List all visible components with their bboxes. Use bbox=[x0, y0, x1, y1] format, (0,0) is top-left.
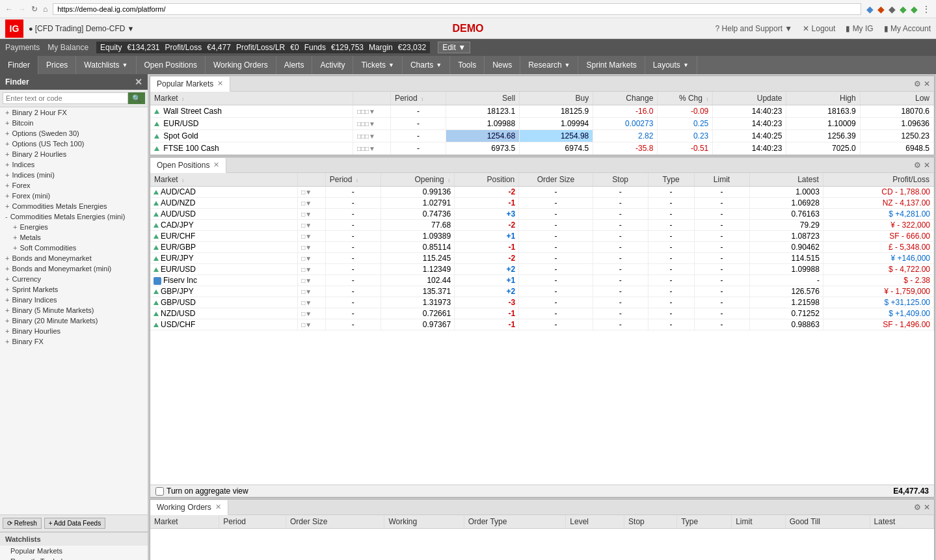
pos-icons[interactable]: □▼ bbox=[298, 286, 326, 297]
open-positions-close[interactable]: ✕ bbox=[213, 161, 219, 169]
pos-icons[interactable]: □▼ bbox=[298, 253, 326, 264]
orders-settings-icon[interactable]: ⚙ bbox=[914, 503, 921, 512]
buy[interactable]: 6974.5 bbox=[520, 142, 593, 155]
nav-charts[interactable]: Charts▼ bbox=[403, 56, 450, 74]
col-sell[interactable]: Sell bbox=[446, 92, 519, 105]
market-icons[interactable]: □□□▼ bbox=[353, 105, 390, 118]
home-icon[interactable]: ⌂ bbox=[43, 5, 47, 14]
pos-icons[interactable]: □▼ bbox=[298, 187, 326, 198]
finder-item[interactable]: +Commodities Metals Energies bbox=[0, 201, 148, 211]
finder-item[interactable]: +Bonds and Moneymarket (mini) bbox=[0, 263, 148, 274]
table-row[interactable]: EUR/USD □▼ - 1.12349 +2 - - - - 1.09988 … bbox=[150, 264, 934, 275]
sell[interactable]: 18123.1 bbox=[446, 105, 519, 118]
edit-button[interactable]: Edit ▼ bbox=[438, 42, 470, 53]
pos-col-limit[interactable]: Limit bbox=[694, 173, 749, 187]
col-market[interactable]: Market ↕ bbox=[150, 92, 353, 105]
myig-link[interactable]: ▮ My IG bbox=[846, 24, 873, 33]
pos-col-period[interactable]: Period ↕ bbox=[325, 173, 381, 187]
finder-item[interactable]: +Metals bbox=[0, 232, 148, 243]
table-row[interactable]: USD/CHF □▼ - 0.97367 -1 - - - - 0.98863 … bbox=[150, 319, 934, 330]
table-row[interactable]: NZD/USD □▼ - 0.72661 -1 - - - - 0.71252 … bbox=[150, 308, 934, 319]
col-update[interactable]: Update bbox=[713, 92, 786, 105]
orders-col[interactable]: Stop bbox=[624, 515, 677, 529]
table-row[interactable]: Fiserv Inc □▼ - 102.44 +1 - - - - - $ - … bbox=[150, 275, 934, 286]
finder-item[interactable]: +Binary Hourlies bbox=[0, 326, 148, 336]
table-row[interactable]: EUR/JPY □▼ - 115.245 -2 - - - - 114.515 … bbox=[150, 253, 934, 264]
table-row[interactable]: AUD/USD □▼ - 0.74736 +3 - - - - 0.76163 … bbox=[150, 209, 934, 220]
buy[interactable]: 1254.98 bbox=[520, 130, 593, 142]
finder-item[interactable]: +Options (Sweden 30) bbox=[0, 128, 148, 139]
table-row[interactable]: AUD/CAD □▼ - 0.99136 -2 - - - - 1.0003 C… bbox=[150, 187, 934, 198]
positions-expand-icon[interactable]: ✕ bbox=[924, 161, 930, 170]
market-icons[interactable]: □□□▼ bbox=[353, 142, 390, 155]
pos-col-ordersize[interactable]: Order Size bbox=[519, 173, 593, 187]
pos-col-stop[interactable]: Stop bbox=[593, 173, 648, 187]
finder-item[interactable]: +Binary (20 Minute Markets) bbox=[0, 315, 148, 326]
expand-icon[interactable]: ✕ bbox=[924, 79, 930, 88]
nav-layouts[interactable]: Layouts▼ bbox=[645, 56, 697, 74]
table-row[interactable]: EUR/USD □□□▼ - 1.09988 1.09994 0.00273 0… bbox=[150, 118, 934, 130]
account-label[interactable]: ● [CFD Trading] Demo-CFD ▼ bbox=[29, 24, 134, 33]
finder-item[interactable]: +Soft Commodities bbox=[0, 243, 148, 253]
nav-watchlists[interactable]: Watchlists▼ bbox=[76, 56, 136, 74]
table-row[interactable]: CAD/JPY □▼ - 77.68 -2 - - - - 79.29 ¥ - … bbox=[150, 220, 934, 231]
pos-icons[interactable]: □▼ bbox=[298, 319, 326, 330]
orders-col[interactable]: Working bbox=[384, 515, 464, 529]
orders-col[interactable]: Latest bbox=[870, 515, 933, 529]
nav-sprint-markets[interactable]: Sprint Markets bbox=[578, 56, 645, 74]
finder-item[interactable]: +Indices bbox=[0, 159, 148, 170]
settings-icon[interactable]: ⚙ bbox=[914, 79, 921, 88]
table-row[interactable]: EUR/GBP □▼ - 0.85114 -1 - - - - 0.90462 … bbox=[150, 242, 934, 253]
watchlist-item[interactable]: Recently Traded bbox=[0, 556, 148, 560]
finder-item[interactable]: +Sprint Markets bbox=[0, 284, 148, 295]
nav-open-positions[interactable]: Open Positions bbox=[137, 56, 206, 74]
col-pchg[interactable]: % Chg ↕ bbox=[658, 92, 713, 105]
col-high[interactable]: High bbox=[786, 92, 860, 105]
nav-activity[interactable]: Activity bbox=[312, 56, 353, 74]
working-orders-close[interactable]: ✕ bbox=[215, 503, 221, 511]
table-row[interactable]: GBP/USD □▼ - 1.31973 -3 - - - - 1.21598 … bbox=[150, 297, 934, 308]
pos-icons[interactable]: □▼ bbox=[298, 231, 326, 242]
table-row[interactable]: GBP/JPY □▼ - 135.371 +2 - - - - 126.576 … bbox=[150, 286, 934, 297]
orders-col[interactable]: Order Size bbox=[286, 515, 384, 529]
orders-col[interactable]: Order Type bbox=[464, 515, 566, 529]
open-positions-tab[interactable]: Open Positions ✕ bbox=[150, 158, 226, 173]
col-buy[interactable]: Buy bbox=[520, 92, 593, 105]
orders-col[interactable]: Level bbox=[566, 515, 624, 529]
add-data-feeds-button[interactable]: + Add Data Feeds bbox=[44, 518, 105, 529]
table-row[interactable]: Spot Gold □□□▼ - 1254.68 1254.98 2.82 0.… bbox=[150, 130, 934, 142]
nav-working-orders[interactable]: Working Orders bbox=[206, 56, 276, 74]
popular-markets-close[interactable]: ✕ bbox=[217, 79, 223, 88]
sell[interactable]: 1254.68 bbox=[446, 130, 519, 142]
aggregate-label[interactable]: Turn on aggregate view bbox=[155, 487, 248, 496]
positions-settings-icon[interactable]: ⚙ bbox=[914, 161, 921, 170]
col-period[interactable]: Period ↕ bbox=[390, 92, 446, 105]
aggregate-checkbox[interactable] bbox=[155, 487, 164, 496]
table-row[interactable]: Wall Street Cash □□□▼ - 18123.1 18125.9 … bbox=[150, 105, 934, 118]
table-row[interactable]: AUD/NZD □▼ - 1.02791 -1 - - - - 1.06928 … bbox=[150, 198, 934, 209]
finder-item[interactable]: -Commodities Metals Energies (mini) bbox=[0, 211, 148, 222]
finder-item[interactable]: +Binary (5 Minute Markets) bbox=[0, 305, 148, 315]
working-orders-tab[interactable]: Working Orders ✕ bbox=[150, 500, 228, 515]
col-low[interactable]: Low bbox=[860, 92, 933, 105]
pos-icons[interactable]: □▼ bbox=[298, 297, 326, 308]
nav-alerts[interactable]: Alerts bbox=[276, 56, 313, 74]
pos-icons[interactable]: □▼ bbox=[298, 220, 326, 231]
finder-item[interactable]: +Energies bbox=[0, 222, 148, 232]
sell[interactable]: 1.09988 bbox=[446, 118, 519, 130]
finder-item[interactable]: +Forex (mini) bbox=[0, 191, 148, 201]
help-link[interactable]: ? Help and Support ▼ bbox=[715, 24, 793, 33]
popular-markets-tab[interactable]: Popular Markets ✕ bbox=[150, 77, 230, 92]
finder-item[interactable]: +Binary Indices bbox=[0, 295, 148, 305]
finder-item[interactable]: +Options (US Tech 100) bbox=[0, 139, 148, 149]
nav-tickets[interactable]: Tickets▼ bbox=[353, 56, 402, 74]
pos-col-type[interactable]: Type bbox=[648, 173, 694, 187]
nav-tools[interactable]: Tools bbox=[450, 56, 485, 74]
pos-col-market[interactable]: Market ↕ bbox=[150, 173, 298, 187]
nav-news[interactable]: News bbox=[485, 56, 520, 74]
nav-research[interactable]: Research▼ bbox=[520, 56, 578, 74]
finder-item[interactable]: +Indices (mini) bbox=[0, 170, 148, 180]
finder-item[interactable]: +Binary 2 Hour FX bbox=[0, 107, 148, 118]
col-change[interactable]: Change bbox=[593, 92, 658, 105]
nav-prices[interactable]: Prices bbox=[38, 56, 76, 74]
